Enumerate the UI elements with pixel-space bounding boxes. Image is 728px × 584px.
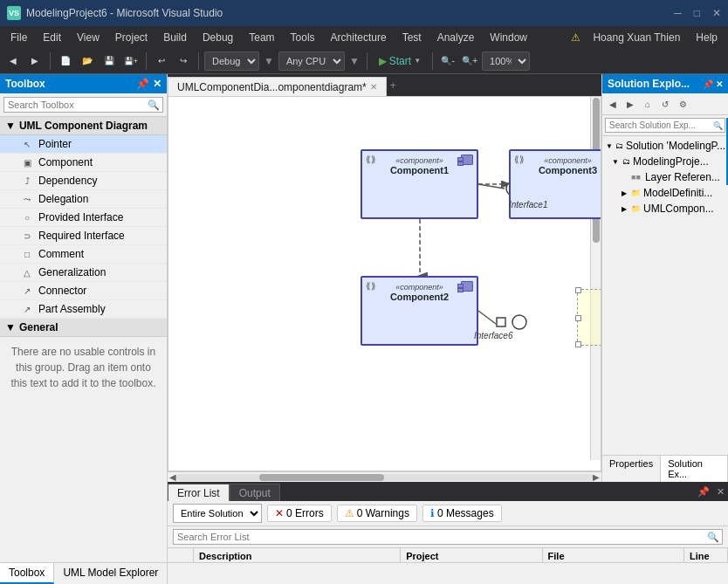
toolbox-item-component[interactable]: ▣ Component — [0, 154, 167, 172]
error-list-pin-btn[interactable]: 📌 — [694, 484, 713, 499]
messages-badge[interactable]: ℹ 0 Messages — [422, 505, 502, 522]
tree-item-uml-comp[interactable]: ▶ 📁 UMLCompon... — [602, 201, 728, 216]
general-section-content: There are no usable controls in this gro… — [0, 337, 167, 398]
tree-item-layer-ref[interactable]: ■■ Layer Referen... — [602, 169, 728, 185]
error-scope-select[interactable]: Entire Solution — [173, 504, 262, 523]
toolbox-item-dependency[interactable]: ⤴ Dependency — [0, 172, 167, 190]
tab-bar: UMLComponentDia...omponentdiagram* ✕ + — [168, 74, 601, 96]
resize-handle-l[interactable] — [575, 315, 581, 321]
toolbox-pin-btn[interactable]: 📌 — [136, 78, 149, 90]
forward-btn[interactable]: ▶ — [25, 52, 45, 71]
menu-architecture[interactable]: Architecture — [324, 30, 394, 45]
menu-file[interactable]: File — [3, 30, 34, 45]
sol-refresh-btn[interactable]: ↺ — [657, 96, 673, 112]
menu-window[interactable]: Window — [483, 30, 534, 45]
toolbox-item-pointer[interactable]: ↖ Pointer — [0, 135, 167, 154]
menu-test[interactable]: Test — [395, 30, 429, 45]
window-minimize[interactable]: ─ — [674, 7, 682, 19]
new-tab-btn[interactable]: + — [387, 78, 400, 93]
sol-search-input[interactable] — [605, 118, 725, 133]
toolbox-item-pointer-label: Pointer — [38, 138, 72, 150]
tab-solution-ex[interactable]: Solution Ex... — [661, 456, 728, 482]
menu-debug[interactable]: Debug — [196, 30, 240, 45]
tree-item-project[interactable]: ▼ 🗂 ModelingProje... — [602, 154, 728, 169]
window-maximize[interactable]: □ — [694, 7, 700, 19]
delegation-icon: ⤳ — [21, 195, 33, 204]
toolbox-section-general[interactable]: ▼ General — [0, 319, 167, 337]
sol-forward-btn[interactable]: ▶ — [622, 96, 638, 112]
error-list-close-btn[interactable]: ✕ — [713, 484, 728, 499]
scroll-left-btn[interactable]: ◀ — [169, 472, 176, 482]
toolbox-item-connector[interactable]: ↗ Connector — [0, 282, 167, 300]
save-all-btn[interactable]: 💾+ — [121, 52, 141, 71]
debug-mode-select[interactable]: Debug — [204, 52, 259, 71]
tree-expand-proj[interactable]: ▼ — [611, 158, 620, 166]
zoom-in-btn[interactable]: 🔍+ — [460, 52, 479, 71]
menu-team[interactable]: Team — [242, 30, 281, 45]
menu-help[interactable]: Help — [689, 30, 725, 45]
menu-edit[interactable]: Edit — [36, 30, 68, 45]
sol-back-btn[interactable]: ◀ — [605, 96, 621, 112]
save-btn[interactable]: 💾 — [100, 52, 119, 71]
center-right: UMLComponentDia...omponentdiagram* ✕ + — [168, 74, 728, 565]
h-scrollbar-track[interactable] — [176, 474, 593, 481]
errors-badge[interactable]: ✕ 0 Errors — [267, 505, 332, 522]
tree-expand-sol[interactable]: ▼ — [606, 142, 613, 150]
error-search-input[interactable] — [173, 529, 723, 545]
svg-line-4 — [478, 311, 496, 324]
toolbox-item-required-interface[interactable]: ⊃ Required Interface — [0, 227, 167, 245]
sol-close-btn[interactable]: ✕ — [716, 79, 723, 89]
diagram-tab-close[interactable]: ✕ — [370, 82, 377, 92]
h-scrollbar-thumb[interactable] — [259, 474, 384, 481]
h-scrollbar[interactable]: ◀ ▶ — [168, 471, 601, 482]
tab-uml-model-explorer-label: UML Model Explorer — [63, 567, 158, 579]
toolbox-item-generalization[interactable]: △ Generalization — [0, 264, 167, 282]
menu-bar: File Edit View Project Build Debug Team … — [0, 26, 728, 48]
menu-user[interactable]: Hoang Xuan Thien — [586, 30, 687, 45]
diagram-canvas[interactable]: ⟪⟫ «component» Component1 ⟪⟫ «component»… — [168, 96, 601, 471]
back-btn[interactable]: ◀ — [3, 52, 23, 71]
svg-rect-5 — [497, 318, 505, 326]
component2[interactable]: ⟪⟫ «component» Component2 — [361, 276, 478, 346]
tab-properties[interactable]: Properties — [602, 456, 661, 482]
toolbox-item-delegation[interactable]: ⤳ Delegation — [0, 190, 167, 209]
redo-btn[interactable]: ↪ — [174, 52, 193, 71]
zoom-select[interactable]: 100% — [482, 52, 530, 71]
new-file-btn[interactable]: 📄 — [56, 52, 75, 71]
diagram-tab[interactable]: UMLComponentDia...omponentdiagram* ✕ — [168, 77, 387, 96]
tab-uml-model-explorer[interactable]: UML Model Explorer — [54, 563, 168, 584]
menu-project[interactable]: Project — [108, 30, 155, 45]
resize-handle-bl[interactable] — [575, 341, 581, 347]
toolbox-section-uml[interactable]: ▼ UML Component Diagram — [0, 117, 167, 135]
menu-view[interactable]: View — [70, 30, 106, 45]
toolbox-item-comment[interactable]: □ Comment — [0, 245, 167, 264]
sol-settings-btn[interactable]: ⚙ — [675, 96, 690, 112]
tree-expand-uml[interactable]: ▶ — [620, 205, 628, 213]
open-btn[interactable]: 📂 — [78, 52, 97, 71]
menu-build[interactable]: Build — [156, 30, 194, 45]
toolbox-item-provided-interface[interactable]: ○ Provided Interface — [0, 209, 167, 227]
tree-expand-model[interactable]: ▶ — [620, 189, 628, 197]
scroll-right-btn[interactable]: ▶ — [593, 472, 600, 482]
sol-pin-btn[interactable]: 📌 — [703, 79, 713, 89]
tab-toolbox[interactable]: Toolbox — [0, 563, 54, 584]
warnings-badge[interactable]: ⚠ 0 Warnings — [337, 505, 417, 522]
start-button[interactable]: ▶ Start ▼ — [373, 52, 427, 70]
undo-btn[interactable]: ↩ — [152, 52, 171, 71]
tab-output[interactable]: Output — [230, 484, 280, 501]
resize-handle-tl[interactable] — [575, 287, 581, 293]
tab-error-list[interactable]: Error List — [168, 484, 230, 501]
tree-item-model-def[interactable]: ▶ 📁 ModelDefiniti... — [602, 185, 728, 201]
component1[interactable]: ⟪⟫ «component» Component1 — [361, 149, 478, 219]
platform-select[interactable]: Any CPU — [278, 52, 345, 71]
tree-item-solution[interactable]: ▼ 🗂 Solution 'ModelingP... — [602, 138, 728, 154]
menu-analyze[interactable]: Analyze — [430, 30, 482, 45]
zoom-out-btn[interactable]: 🔍- — [438, 52, 457, 71]
component2-icon — [461, 281, 473, 292]
sol-home-btn[interactable]: ⌂ — [640, 96, 656, 112]
window-close[interactable]: ✕ — [712, 7, 721, 19]
toolbox-item-part-assembly[interactable]: ↗ Part Assembly — [0, 300, 167, 319]
toolbox-close-btn[interactable]: ✕ — [153, 78, 161, 90]
menu-tools[interactable]: Tools — [284, 30, 322, 45]
toolbox-search-input[interactable] — [3, 97, 163, 113]
